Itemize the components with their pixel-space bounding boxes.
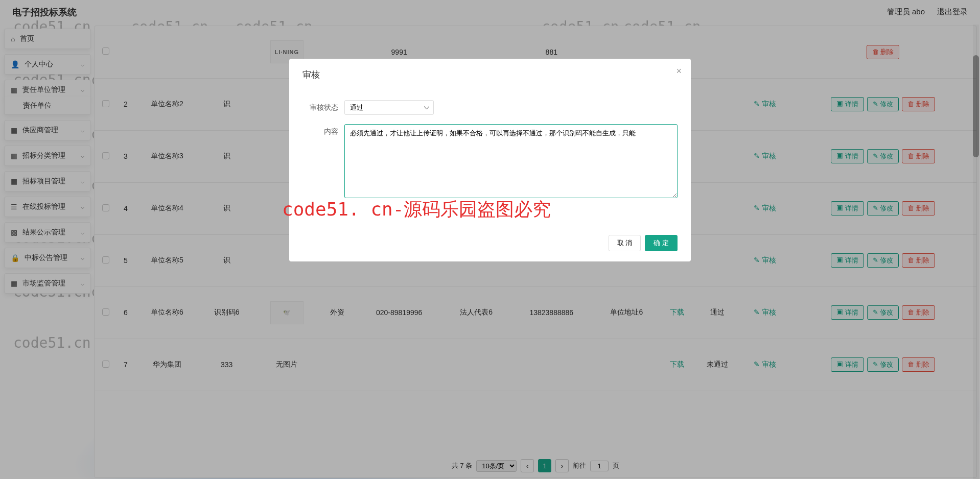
audit-state-label: 审核状态 bbox=[302, 100, 338, 115]
audit-modal: 审核 × 审核状态 通过 内容 取 消 确 定 bbox=[289, 59, 691, 261]
audit-state-select[interactable]: 通过 bbox=[344, 100, 434, 115]
modal-title: 审核 bbox=[302, 69, 678, 81]
modal-overlay[interactable]: 审核 × 审核状态 通过 内容 取 消 确 定 bbox=[0, 0, 980, 479]
confirm-button[interactable]: 确 定 bbox=[645, 235, 678, 251]
close-icon[interactable]: × bbox=[676, 66, 682, 77]
audit-content-label: 内容 bbox=[302, 124, 338, 198]
audit-content-textarea[interactable] bbox=[344, 124, 678, 198]
cancel-button[interactable]: 取 消 bbox=[609, 235, 641, 251]
